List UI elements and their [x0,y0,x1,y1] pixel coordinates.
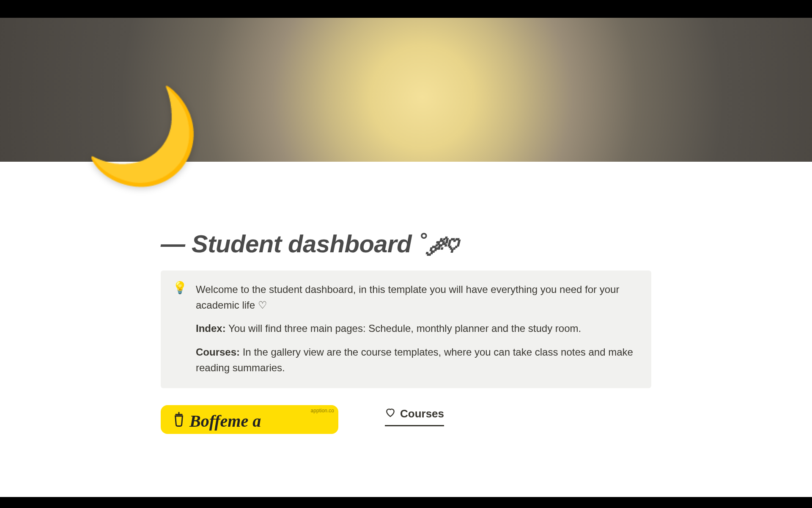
apption-badge: apption.co [311,408,334,414]
tab-courses[interactable]: Courses [385,407,444,426]
callout-index-label: Index: [196,323,226,334]
callout-courses-label: Courses: [196,346,240,358]
heart-icon [385,407,396,421]
database-tabs: Courses [385,405,444,426]
callout-block[interactable]: 💡 Welcome to the student dashboard, in t… [161,271,651,388]
callout-courses-line: Courses: In the gallery view are the cou… [196,344,639,375]
page-title[interactable]: — Student dashboard ˚ ༘♡ [161,229,651,258]
coffee-cup-icon [173,411,185,431]
lower-row: apption.co Boffeme a [161,405,651,434]
buy-me-a-coffee-widget[interactable]: apption.co Boffeme a [161,405,338,434]
moon-icon: 🌙 [85,89,200,182]
callout-welcome-text: Welcome to the student dashboard, in thi… [196,282,639,313]
page-content: — Student dashboard ˚ ༘♡ 💡 Welcome to th… [144,229,668,434]
lightbulb-icon: 💡 [173,281,187,375]
window-bottom-bar [0,497,812,508]
callout-body: Welcome to the student dashboard, in thi… [196,282,639,375]
bmac-text: Boffeme a [189,411,261,431]
page-icon[interactable]: 🌙 [85,89,200,182]
bmac-label: Boffeme a [173,411,326,431]
callout-index-text: You will find three main pages: Schedule… [226,323,582,334]
window-top-bar [0,0,812,18]
callout-index-line: Index: You will find three main pages: S… [196,320,639,336]
callout-courses-text: In the gallery view are the course templ… [196,346,633,373]
tab-courses-label: Courses [400,407,444,420]
